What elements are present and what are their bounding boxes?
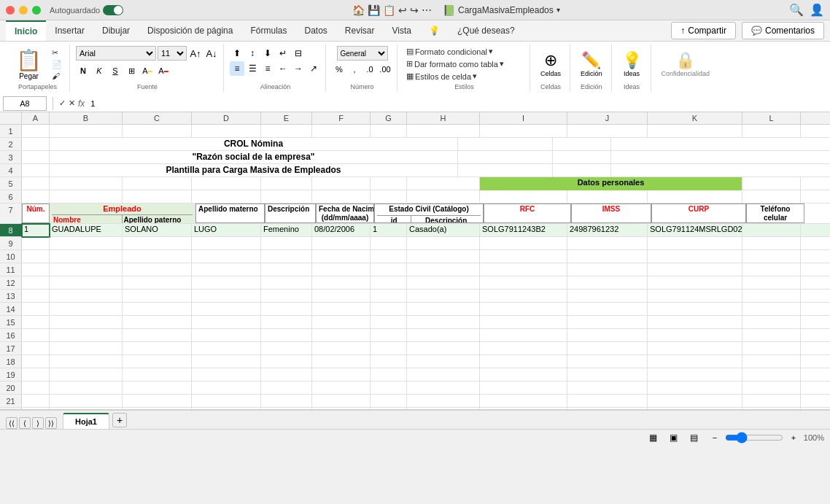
indent-decrease-button[interactable]: ← bbox=[276, 61, 290, 76]
cell-K2[interactable] bbox=[458, 138, 553, 151]
edition-button[interactable]: ✏️ Edición bbox=[576, 50, 607, 79]
cell-title1[interactable]: CROL Nómina bbox=[50, 138, 458, 151]
cell-G1[interactable] bbox=[371, 125, 407, 138]
view-preview-button[interactable]: ▤ bbox=[687, 430, 702, 445]
cell-x-icon[interactable]: ✕ bbox=[69, 98, 75, 108]
cell-L1[interactable] bbox=[742, 125, 801, 138]
cell-L2[interactable] bbox=[553, 138, 611, 151]
cell-C1[interactable] bbox=[123, 125, 192, 138]
comments-button[interactable]: 💬 Comentarios bbox=[742, 22, 824, 39]
share-button[interactable]: ↑ Compartir bbox=[671, 22, 736, 39]
cell-D6[interactable] bbox=[192, 190, 261, 203]
tab-insertar[interactable]: Insertar bbox=[46, 21, 93, 40]
indent-increase-button[interactable]: → bbox=[291, 61, 306, 76]
close-button[interactable] bbox=[6, 6, 15, 15]
fill-color-button[interactable]: A▬ bbox=[140, 63, 155, 78]
cell-L8[interactable] bbox=[742, 224, 801, 237]
sheet-nav-next[interactable]: ⟩ bbox=[32, 417, 44, 429]
tab-ideas-icon[interactable]: 💡 bbox=[420, 21, 449, 40]
minimize-button[interactable] bbox=[19, 6, 28, 15]
col-header-H[interactable]: H bbox=[407, 112, 480, 124]
cell-check-icon[interactable]: ✓ bbox=[59, 98, 66, 108]
cell-G5[interactable] bbox=[371, 177, 407, 190]
decrease-decimal-button[interactable]: .00 bbox=[378, 62, 392, 77]
font-color-button[interactable]: A▬ bbox=[156, 63, 171, 78]
cell-B8[interactable]: GUADALUPE bbox=[50, 224, 123, 237]
cell-C6[interactable] bbox=[123, 190, 192, 203]
font-increase-button[interactable]: A↑ bbox=[188, 46, 203, 61]
col-header-G[interactable]: G bbox=[371, 112, 407, 124]
align-middle-button[interactable]: ↕ bbox=[245, 46, 260, 61]
cell-A4[interactable] bbox=[22, 164, 50, 177]
cell-D8[interactable]: LUGO bbox=[192, 224, 261, 237]
cell-C5[interactable] bbox=[123, 177, 192, 190]
tab-dibujar[interactable]: Dibujar bbox=[93, 21, 139, 40]
cell-B1[interactable] bbox=[50, 125, 123, 138]
cell-L5[interactable] bbox=[742, 177, 801, 190]
col-header-I[interactable]: I bbox=[480, 112, 567, 124]
cell-E1[interactable] bbox=[261, 125, 312, 138]
cell-L4[interactable] bbox=[553, 164, 611, 177]
align-center-button[interactable]: ☰ bbox=[245, 61, 260, 76]
cell-title3[interactable]: Plantilla para Carga Masiva de Empleados bbox=[50, 164, 458, 177]
underline-button[interactable]: S bbox=[108, 63, 123, 78]
cell-J1[interactable] bbox=[567, 125, 648, 138]
zoom-slider[interactable] bbox=[725, 432, 783, 443]
filename-dropdown[interactable]: ▾ bbox=[556, 6, 560, 14]
paste-button[interactable]: 📋 Pegar bbox=[10, 47, 47, 82]
cell-J8[interactable]: 24987961232 bbox=[567, 224, 648, 237]
view-page-button[interactable]: ▣ bbox=[667, 430, 681, 445]
conditional-format-button[interactable]: ▤ Formato condicional ▾ bbox=[403, 46, 525, 57]
tab-formulas[interactable]: Fórmulas bbox=[241, 21, 295, 40]
view-normal-button[interactable]: ▦ bbox=[646, 430, 661, 445]
col-header-J[interactable]: J bbox=[567, 112, 648, 124]
confidentiality-button[interactable]: 🔒 Confidencialidad bbox=[657, 50, 715, 79]
col-header-K[interactable]: K bbox=[648, 112, 742, 124]
number-format-select[interactable]: General bbox=[337, 46, 388, 61]
cell-J6[interactable] bbox=[567, 190, 648, 203]
col-header-num[interactable]: Núm. bbox=[22, 203, 50, 223]
cell-styles-button[interactable]: ▦ Estilos de celda ▾ bbox=[403, 71, 525, 82]
cell-L3[interactable] bbox=[553, 151, 611, 164]
wrap-text-button[interactable]: ↵ bbox=[276, 46, 290, 61]
tab-que-deseas[interactable]: ¿Qué deseas? bbox=[449, 21, 524, 40]
font-decrease-button[interactable]: A↓ bbox=[204, 46, 219, 61]
cell-E6[interactable] bbox=[261, 190, 312, 203]
col-header-A[interactable]: A bbox=[22, 112, 50, 124]
cell-I8[interactable]: SOLG7911243B2 bbox=[480, 224, 567, 237]
cell-K3[interactable] bbox=[458, 151, 553, 164]
cell-F6[interactable] bbox=[312, 190, 371, 203]
cell-D5[interactable] bbox=[192, 177, 261, 190]
align-bottom-button[interactable]: ⬇ bbox=[260, 46, 275, 61]
col-header-C[interactable]: C bbox=[123, 112, 192, 124]
bold-button[interactable]: N bbox=[76, 63, 90, 78]
comma-button[interactable]: , bbox=[347, 62, 362, 77]
search-icon[interactable]: 🔍 bbox=[789, 3, 804, 17]
zoom-in-button[interactable]: + bbox=[786, 430, 801, 445]
cell-A5[interactable] bbox=[22, 177, 50, 190]
sheet-nav-prev[interactable]: ⟨ bbox=[19, 417, 31, 429]
border-button[interactable]: ⊞ bbox=[124, 63, 139, 78]
cell-B5[interactable] bbox=[50, 177, 123, 190]
tab-revisar[interactable]: Revisar bbox=[336, 21, 384, 40]
cell-datos-personales[interactable]: Datos personales bbox=[480, 177, 742, 190]
cell-A8[interactable]: 1 bbox=[22, 224, 50, 237]
cell-K8[interactable]: SOLG791124MSRLGD02 bbox=[648, 224, 742, 237]
ideas-button[interactable]: 💡 Ideas bbox=[618, 50, 646, 79]
cell-A2[interactable] bbox=[22, 138, 50, 151]
tab-datos[interactable]: Datos bbox=[295, 21, 336, 40]
align-left-button[interactable]: ≡ bbox=[230, 61, 244, 76]
cell-K1[interactable] bbox=[648, 125, 742, 138]
cell-H1[interactable] bbox=[407, 125, 480, 138]
cell-E5[interactable] bbox=[261, 177, 312, 190]
autosave-toggle[interactable] bbox=[103, 5, 123, 15]
font-size-select[interactable]: 11 bbox=[158, 46, 187, 61]
maximize-button[interactable] bbox=[32, 6, 41, 15]
sheet-nav-last[interactable]: ⟩⟩ bbox=[45, 417, 57, 429]
cell-G6[interactable] bbox=[371, 190, 407, 203]
cell-D1[interactable] bbox=[192, 125, 261, 138]
cell-B6[interactable] bbox=[50, 190, 123, 203]
col-header-B[interactable]: B bbox=[50, 112, 123, 124]
copy-button[interactable]: 📄 bbox=[49, 59, 65, 70]
cell-K4[interactable] bbox=[458, 164, 553, 177]
